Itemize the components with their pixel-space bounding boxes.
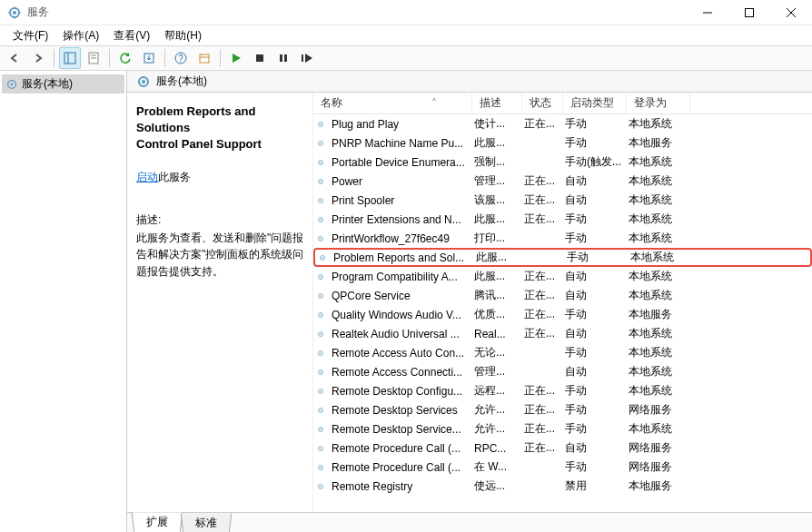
gear-icon (136, 74, 151, 89)
col-start[interactable]: 启动类型 (563, 93, 627, 113)
titlebar: 服务 (0, 0, 812, 25)
sort-asc-icon: ˄ (431, 97, 437, 110)
right-header-label: 服务(本地) (156, 74, 207, 89)
table-row[interactable]: Power管理...正在...自动本地系统 (313, 172, 812, 191)
table-row[interactable]: Print Spooler该服...正在...自动本地系统 (313, 191, 812, 210)
col-desc[interactable]: 描述 (472, 93, 522, 113)
table-row[interactable]: PNRP Machine Name Pu...此服...手动本地服务 (313, 133, 812, 153)
gear-icon (313, 232, 328, 245)
menu-help[interactable]: 帮助(H) (157, 26, 209, 45)
table-row[interactable]: Remote Procedure Call (...RPC...正在...自动网… (313, 438, 812, 458)
forward-button[interactable] (27, 47, 49, 69)
cell-name: QPCore Service (328, 290, 470, 302)
svg-point-43 (322, 257, 323, 259)
table-row[interactable]: Remote Desktop Configu...远程...正在...手动本地系… (313, 381, 812, 400)
table-row[interactable]: Remote Desktop Service...允许...正在...手动本地系… (313, 419, 812, 438)
cell-logon: 本地系统 (625, 421, 688, 437)
cell-name: Remote Access Connecti... (328, 366, 470, 379)
cell-logon: 本地服务 (625, 135, 688, 151)
cell-name: PNRP Machine Name Pu... (328, 137, 470, 150)
cell-desc: 无论... (470, 345, 520, 360)
pause-service-button[interactable] (272, 47, 294, 69)
svg-rect-21 (280, 54, 282, 62)
tab-extended[interactable]: 扩展 (132, 512, 183, 532)
cell-start: 禁用 (561, 478, 625, 494)
console-tree: 服务(本地) (0, 71, 127, 532)
table-row[interactable]: Realtek Audio Universal ...Real...正在...自… (313, 324, 812, 343)
table-row[interactable]: QPCore Service腾讯...正在...自动本地系统 (313, 286, 812, 305)
svg-point-33 (320, 162, 322, 163)
minimize-button[interactable] (687, 0, 728, 25)
start-service-link[interactable]: 启动 (136, 171, 158, 183)
table-row[interactable]: Printer Extensions and N...此服...正在...手动本… (313, 210, 812, 229)
separator (54, 49, 54, 67)
svg-point-45 (320, 276, 322, 278)
list-header: 名称˄ 描述 状态 启动类型 登录为 (313, 93, 812, 114)
show-hide-console-tree-button[interactable] (59, 47, 81, 69)
tree-item-services-local[interactable]: 服务(本地) (2, 74, 124, 94)
table-row[interactable]: Program Compatibility A...此服...正在...自动本地… (313, 267, 812, 286)
svg-point-67 (320, 486, 322, 488)
start-service-button[interactable] (225, 47, 247, 69)
cell-name: Realtek Audio Universal ... (328, 328, 470, 340)
cell-desc: RPC... (470, 442, 520, 455)
table-row[interactable]: Remote Access Auto Con...无论...手动本地系统 (313, 343, 812, 362)
cell-status: 正在... (520, 192, 561, 208)
table-row[interactable]: Remote Desktop Services允许...正在...手动网络服务 (313, 400, 812, 419)
cell-start: 手动 (561, 383, 625, 399)
svg-point-1 (13, 11, 16, 15)
table-row[interactable]: Problem Reports and Sol...此服...手动本地系统 (313, 248, 812, 267)
table-row[interactable]: PrintWorkflow_27f6ec49打印...手动本地系统 (313, 229, 812, 248)
menu-file[interactable]: 文件(F) (5, 26, 55, 45)
export-list-button[interactable] (138, 47, 160, 69)
cell-name: Print Spooler (328, 194, 470, 207)
cell-logon: 本地系统 (625, 326, 688, 341)
table-row[interactable]: Portable Device Enumera...强制...手动(触发...本… (313, 153, 812, 172)
col-status[interactable]: 状态 (522, 93, 563, 113)
help-button[interactable]: ? (170, 47, 192, 69)
cell-status: 正在... (520, 307, 561, 322)
tab-standard[interactable]: 标准 (181, 514, 233, 532)
maximize-button[interactable] (728, 0, 770, 25)
separator (164, 49, 165, 67)
close-button[interactable] (770, 0, 812, 25)
menu-view[interactable]: 查看(V) (106, 26, 157, 45)
cell-start: 自动 (561, 173, 625, 189)
window-title: 服务 (27, 5, 687, 20)
restart-service-button[interactable] (296, 47, 318, 69)
cell-name: Remote Access Auto Con... (328, 347, 470, 360)
back-button[interactable] (4, 47, 25, 69)
table-row[interactable]: Remote Access Connecti...管理...自动本地系统 (313, 362, 812, 381)
calendar-button[interactable] (193, 47, 215, 69)
svg-rect-7 (746, 8, 754, 16)
cell-start: 手动 (561, 307, 625, 322)
services-app-icon (7, 5, 22, 20)
cell-start: 自动 (561, 364, 625, 379)
gear-icon (313, 309, 328, 321)
refresh-button[interactable] (114, 47, 136, 69)
cell-start: 手动 (561, 459, 625, 475)
stop-service-button[interactable] (249, 47, 271, 69)
properties-button[interactable] (83, 47, 104, 69)
table-row[interactable]: Remote Procedure Call (...在 W...手动网络服务 (313, 458, 812, 477)
menu-action[interactable]: 操作(A) (55, 26, 106, 45)
menubar: 文件(F) 操作(A) 查看(V) 帮助(H) (0, 25, 812, 45)
svg-point-41 (320, 238, 322, 240)
separator (220, 49, 221, 67)
svg-point-57 (320, 390, 322, 392)
gear-icon (313, 461, 328, 474)
col-name[interactable]: 名称˄ (313, 93, 472, 113)
gear-icon (313, 137, 328, 150)
toolbar: ? (0, 45, 812, 71)
cell-status: 正在... (520, 173, 561, 189)
table-row[interactable]: Remote Registry使远...禁用本地服务 (313, 477, 812, 496)
cell-desc: 管理... (470, 364, 520, 379)
cell-desc: Real... (470, 328, 520, 340)
cell-logon: 本地系统 (625, 192, 688, 208)
gear-icon (313, 156, 328, 169)
gear-icon (313, 328, 328, 340)
col-logon[interactable]: 登录为 (627, 93, 690, 113)
table-row[interactable]: Plug and Play使计...正在...手动本地系统 (313, 114, 812, 133)
selected-service-title: Problem Reports and Solutions Control Pa… (136, 103, 305, 153)
table-row[interactable]: Quality Windows Audio V...优质...正在...手动本地… (313, 305, 812, 324)
